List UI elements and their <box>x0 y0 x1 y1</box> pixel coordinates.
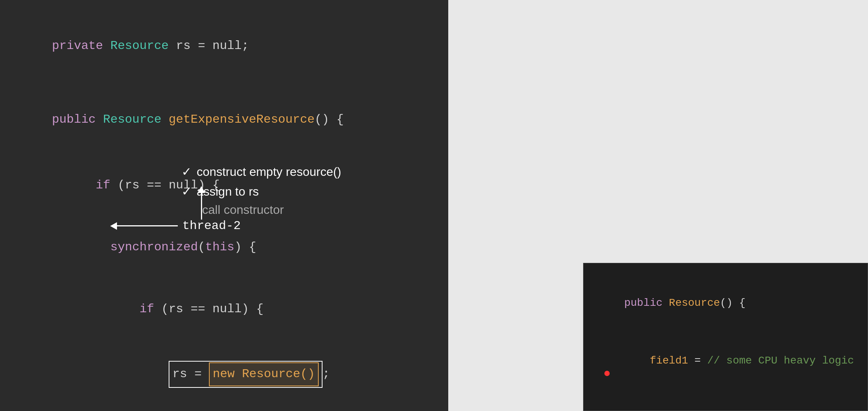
popup-line-2: field1 = field1 = // some CPU heavy logi… <box>599 332 852 389</box>
check-item-1: ✓ construct empty resource() <box>182 163 341 180</box>
popup-fn-resource: Resource <box>669 297 720 309</box>
checklist-area: ✓ construct empty resource() ✓ assign to… <box>182 163 341 220</box>
popup-line-1: public Resource() { <box>599 275 852 332</box>
thread2-label: thread-2 <box>182 219 241 233</box>
popup-panel: public Resource() { field1 = field1 = //… <box>583 263 868 411</box>
popup-line-3: field2 = // some value from DB <box>599 389 852 411</box>
code-line-1: private Resource rs = null; <box>23 15 425 77</box>
type-resource-2: Resource <box>103 112 161 126</box>
arrow-line <box>117 225 178 226</box>
fn-getexpensive: getExpensiveResource <box>169 112 315 126</box>
check-text-3: call constructor <box>202 203 284 217</box>
check-text-1: construct empty resource() <box>197 165 342 179</box>
thread2-annotation: thread-2 <box>110 219 241 233</box>
code-rest-2: () { <box>315 112 344 126</box>
checkmark-1: ✓ <box>182 163 191 180</box>
keyword-private: private <box>52 39 103 53</box>
popup-keyword-public: public <box>624 297 662 309</box>
rs-assignment-box: rs = new Resource() <box>169 361 323 387</box>
check-text-2: assign to rs <box>197 185 259 199</box>
code-rest-1: rs = null; <box>169 39 249 53</box>
code-line-6: rs = new Resource(); <box>23 340 425 408</box>
code-line-7: } <box>23 408 425 411</box>
code-line-2: public Resource getExpensiveResource() { <box>23 89 425 150</box>
new-resource-box: new Resource() <box>209 362 319 386</box>
checkmark-2: ✓ <box>182 183 191 200</box>
popup-rest-1: () { <box>720 297 745 309</box>
keyword-public: public <box>52 112 96 126</box>
code-line-5: if (rs == null) { <box>23 278 425 340</box>
check-item-3: call constructor <box>182 203 341 217</box>
mouse-cursor <box>604 371 612 378</box>
main-code-panel: private Resource rs = null; public Resou… <box>0 0 448 411</box>
check-item-2: ✓ assign to rs <box>182 183 341 200</box>
arrow-head-left-icon <box>110 222 117 230</box>
cursor-dot <box>604 371 610 376</box>
type-resource-1: Resource <box>110 39 169 53</box>
